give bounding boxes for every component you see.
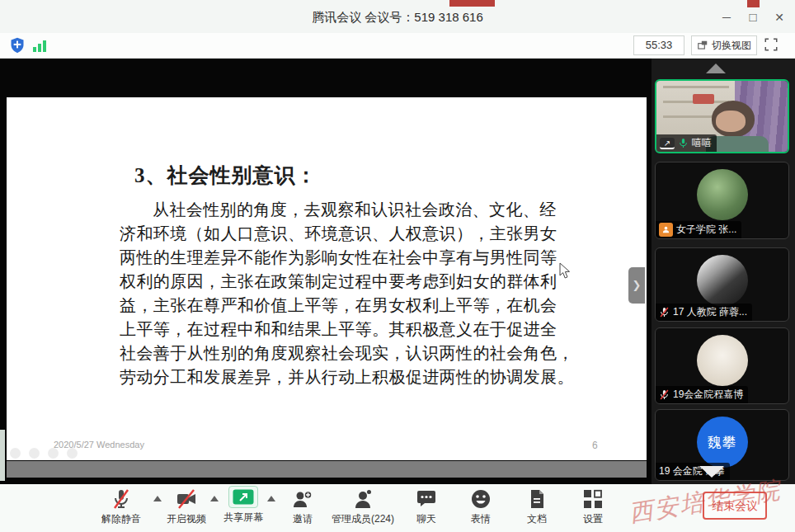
start-video-button[interactable]: 开启视频	[167, 488, 206, 526]
document-icon	[526, 488, 548, 510]
tencent-meeting-window: 腾讯会议 会议号：519 318 616 ─ □ ✕ 55:33 切换视图 3、…	[0, 0, 795, 532]
unmute-label: 解除静音	[101, 512, 141, 526]
chat-bubble-icon	[416, 488, 437, 510]
fullscreen-icon[interactable]	[764, 37, 782, 55]
participant-name-bar: 女子学院 张...	[656, 221, 741, 238]
shared-screen-area: 3、社会性别意识： 从社会性别的角度，去观察和认识社会政治、文化、经 济和环境（…	[0, 59, 652, 484]
document-label: 文档	[527, 512, 547, 526]
invite-label: 邀请	[293, 512, 313, 526]
scroll-down-arrow-icon[interactable]	[699, 466, 724, 478]
unmute-button[interactable]: 解除静音	[101, 488, 141, 526]
background-red-square	[747, 0, 760, 7]
members-icon	[352, 488, 374, 510]
presenter-controls-faded	[10, 448, 78, 459]
document-button[interactable]: 文档	[526, 488, 548, 526]
participant-tile-video[interactable]: ↗ 嘻嘻	[655, 79, 789, 153]
mic-on-icon	[678, 137, 689, 149]
participant-name: 17 人教院 薛蓉...	[673, 305, 747, 319]
settings-grid-icon	[582, 488, 604, 510]
muted-mic-icon	[659, 306, 670, 318]
slide-text-line: 社会善于从性别的角度观察社会现实，认识两性的社会角色，	[120, 341, 569, 365]
switch-view-label: 切换视图	[712, 39, 751, 53]
invite-person-icon	[292, 488, 313, 510]
share-screen-label: 共享屏幕	[223, 511, 263, 525]
video-red-object	[693, 94, 714, 104]
mouse-cursor	[559, 262, 571, 282]
participant-name: 女子学院 张...	[676, 223, 736, 237]
avatar-initials: 魏攀	[697, 417, 748, 468]
smiley-icon	[470, 488, 492, 510]
participant-name-bar: ↗ 嘻嘻	[656, 134, 717, 152]
participant-tile[interactable]: 17 人教院 薛蓉...	[655, 247, 789, 322]
window-title: 腾讯会议 会议号：519 318 616	[0, 10, 795, 26]
title-bar: 腾讯会议 会议号：519 318 616 ─ □ ✕	[0, 0, 795, 33]
participant-name-bar: 17 人教院 薛蓉...	[656, 304, 752, 321]
slide-title: 3、社会性别意识：	[134, 162, 318, 189]
screen-sharing-icon: ↗	[660, 138, 675, 149]
background-red-strip	[449, 0, 495, 7]
slide-page-number: 6	[592, 440, 598, 451]
participant-name-bar: 19会金院程嘉博	[656, 386, 748, 403]
participant-tile[interactable]: 19会金院程嘉博	[655, 327, 789, 404]
mic-options-caret[interactable]	[153, 496, 162, 501]
chat-button[interactable]: 聊天	[416, 488, 437, 526]
video-shelf	[663, 86, 729, 88]
invite-button[interactable]: 邀请	[292, 488, 313, 526]
network-signal-icon	[33, 40, 48, 55]
switch-view-button[interactable]: 切换视图	[691, 35, 757, 55]
presentation-slide: 3、社会性别意识： 从社会性别的角度，去观察和认识社会政治、文化、经 济和环境（…	[7, 97, 647, 460]
share-options-caret[interactable]	[267, 496, 275, 501]
settings-label: 设置	[583, 512, 603, 526]
start-video-label: 开启视频	[167, 512, 206, 526]
camera-off-icon	[176, 488, 197, 510]
sidebar-collapse-handle[interactable]: ❯	[628, 267, 645, 304]
slide-text-line: 权利的原因，主张在政策制定过程中要考虑到妇女的群体利	[120, 270, 569, 294]
host-badge-icon	[659, 223, 673, 237]
avatar	[697, 255, 748, 306]
slide-body: 从社会性别的角度，去观察和认识社会政治、文化、经 济和环境（如人口意识、环境意识…	[120, 198, 569, 389]
share-screen-button[interactable]: 共享屏幕	[223, 486, 263, 525]
slide-text-line: 劳动分工和发展差异，并从行动上积极促进两性的协调发展。	[120, 365, 569, 389]
chat-label: 聊天	[416, 512, 436, 526]
end-meeting-button[interactable]: 结束会议	[703, 492, 767, 520]
video-options-caret[interactable]	[210, 496, 219, 501]
participants-sidebar: ↗ 嘻嘻 女子学院 张... 17 人教院 薛蓉...	[652, 59, 795, 484]
layout-icon	[697, 40, 708, 51]
video-person-face	[716, 111, 746, 132]
muted-mic-icon	[111, 488, 132, 510]
minimize-button[interactable]: ─	[716, 8, 737, 26]
bottom-control-bar: 解除静音 开启视频 共享屏幕 邀请 管理成员(224) 聊天	[0, 484, 795, 532]
avatar	[697, 169, 748, 220]
manage-members-label: 管理成员(224)	[332, 512, 394, 526]
participant-name: 19会金院程嘉博	[673, 388, 743, 402]
security-shield-icon[interactable]	[9, 36, 26, 58]
slide-text-line: 上平等，在过程中和和结果上平等。其积极意义在于促进全	[120, 318, 569, 341]
emoji-button[interactable]: 表情	[470, 488, 492, 526]
participant-tile[interactable]: 女子学院 张...	[655, 162, 789, 239]
meeting-timer: 55:33	[633, 35, 684, 55]
avatar	[697, 335, 748, 386]
manage-members-button[interactable]: 管理成员(224)	[332, 488, 394, 526]
slide-text-line: 济和环境（如人口意识、环境意识、人权意识），主张男女	[120, 222, 569, 246]
screen-edge-artifact	[0, 430, 5, 481]
slide-text-line: 两性的生理差异不能作为影响女性在社会中享有与男性同等	[120, 246, 569, 270]
participant-name: 嘻嘻	[692, 136, 712, 150]
settings-button[interactable]: 设置	[582, 488, 604, 526]
slide-text-line: 从社会性别的角度，去观察和认识社会政治、文化、经	[120, 198, 569, 222]
slide-text-line: 益，主张在尊严和价值上平等，在男女权利上平等，在机会	[120, 294, 569, 318]
maximize-button[interactable]: □	[742, 8, 764, 26]
meeting-toolbar: 55:33 切换视图	[0, 33, 795, 59]
close-button[interactable]: ✕	[769, 8, 790, 26]
taskbar-strip	[7, 461, 647, 478]
muted-mic-icon	[659, 388, 670, 401]
emoji-label: 表情	[471, 512, 491, 526]
scroll-up-arrow-icon[interactable]	[706, 64, 726, 73]
share-screen-icon	[228, 486, 258, 508]
